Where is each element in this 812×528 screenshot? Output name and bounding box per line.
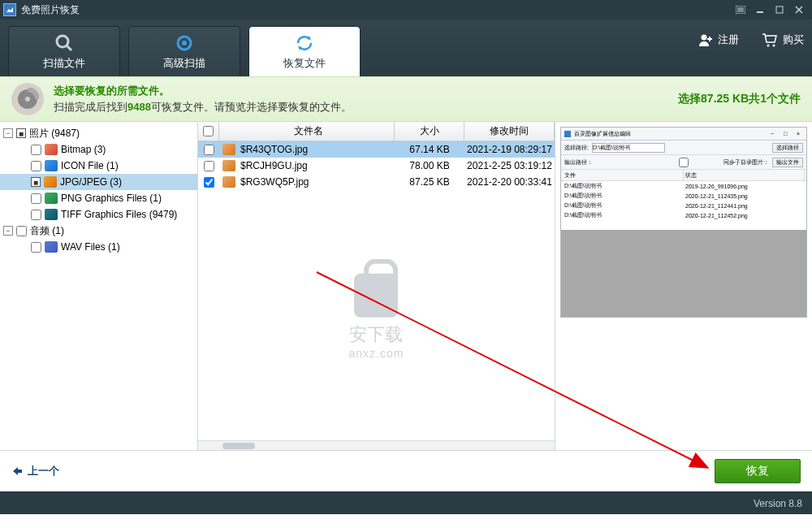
tab-advanced[interactable]: 高级扫描 — [128, 26, 240, 76]
preview-row[interactable]: D:\截图\说明书2019-12-26_991096.png — [561, 181, 806, 191]
preview-min-icon[interactable]: − — [767, 131, 777, 136]
file-date: 2021-2-19 08:29:17 — [464, 144, 555, 155]
svg-point-13 — [182, 41, 187, 45]
maximize-button[interactable] — [770, 2, 789, 17]
svg-point-16 — [702, 35, 707, 41]
tree-item-tif[interactable]: TIFF Graphics Files (9479) — [0, 206, 197, 223]
user-plus-icon — [698, 32, 713, 47]
file-size: 78.00 KB — [395, 160, 464, 171]
tree-node-photo[interactable]: − ■ 照片 (9487) — [0, 125, 197, 141]
preview-output-btn[interactable]: 输出文件 — [772, 158, 803, 167]
disk-icon — [11, 83, 44, 115]
preview-table-header: 文件 状态 — [561, 170, 806, 181]
checkbox[interactable] — [31, 193, 41, 204]
info-title: 选择要恢复的所需文件。 — [54, 84, 352, 98]
tree-item-bmp[interactable]: Bitmap (3) — [0, 141, 197, 158]
statusbar: Version 8.8 — [0, 491, 812, 514]
file-thumb-icon — [222, 144, 235, 155]
tab-label: 高级扫描 — [163, 56, 205, 71]
preview-close-icon[interactable]: × — [793, 131, 803, 136]
col-size[interactable]: 大小 — [395, 122, 464, 141]
checkbox[interactable] — [31, 210, 41, 220]
toolbar: 扫描文件 高级扫描 恢复文件 注册 购买 — [0, 19, 812, 76]
preview-app-icon — [564, 131, 571, 137]
preview-row[interactable]: D:\截图\说明书2020-12-21_112441.png — [561, 201, 806, 210]
file-row[interactable]: $RG3WQ5P.jpg87.25 KB2021-2-20 00:33:41 — [198, 174, 555, 190]
svg-point-22 — [25, 97, 30, 102]
check-all[interactable] — [203, 126, 214, 136]
main-content: − ■ 照片 (9487) Bitmap (3)ICON File (1)■JP… — [0, 122, 812, 451]
svg-point-19 — [767, 45, 770, 47]
checkbox[interactable] — [16, 226, 27, 236]
file-size: 87.25 KB — [395, 176, 464, 188]
svg-point-10 — [57, 36, 68, 47]
file-checkbox[interactable] — [204, 177, 214, 188]
selection-summary: 选择87.25 KB共1个文件 — [678, 92, 801, 106]
preview-table-body: D:\截图\说明书2019-12-26_991096.pngD:\截图\说明书2… — [561, 181, 806, 230]
magnifier-icon — [54, 33, 74, 53]
preview-panel: 百灵图像扩展信息编辑 − □ × 选择路径: 选择路径 输出路径： 同步子目录图… — [555, 122, 812, 450]
tab-recover[interactable]: 恢复文件 — [248, 26, 361, 76]
preview-toolbar-1: 选择路径: 选择路径 — [561, 141, 806, 155]
checkbox-mixed[interactable]: ■ — [16, 128, 26, 138]
svg-point-20 — [773, 45, 775, 47]
collapse-icon[interactable]: − — [3, 226, 13, 236]
back-button[interactable]: 上一个 — [11, 464, 59, 478]
checkbox[interactable] — [31, 242, 41, 253]
filetype-icon — [45, 160, 58, 171]
tree-item-png[interactable]: PNG Graphics Files (1) — [0, 190, 197, 206]
filetype-icon — [45, 241, 58, 253]
svg-marker-23 — [13, 467, 22, 475]
menu-icon[interactable] — [731, 2, 750, 17]
horizontal-scrollbar[interactable] — [198, 440, 555, 450]
file-date: 2021-2-20 00:33:41 — [464, 176, 555, 188]
filetype-icon — [44, 176, 57, 188]
preview-window: 百灵图像扩展信息编辑 − □ × 选择路径: 选择路径 输出路径： 同步子目录图… — [560, 127, 807, 318]
titlebar: 免费照片恢复 — [0, 0, 812, 19]
col-date[interactable]: 修改时间 — [464, 122, 555, 141]
preview-toolbar-2: 输出路径： 同步子目录图片： 输出文件 — [561, 155, 806, 170]
tab-label: 扫描文件 — [43, 56, 85, 71]
checkbox[interactable] — [31, 145, 41, 155]
file-name: $RCJH9GU.jpg — [240, 160, 308, 171]
preview-row[interactable]: D:\截图\说明书2020-12-21_112452.png — [561, 210, 806, 220]
recover-button[interactable]: 恢复 — [715, 459, 801, 483]
preview-max-icon[interactable]: □ — [780, 131, 790, 136]
file-name: $RG3WQ5P.jpg — [240, 176, 309, 188]
info-subtitle: 扫描完成后找到9488可恢复文件。请预览并选择要恢复的文件。 — [54, 100, 352, 115]
tree-node-audio[interactable]: − 音频 (1) — [0, 223, 197, 239]
arrow-left-icon — [11, 465, 23, 477]
col-name[interactable]: 文件名 — [219, 122, 395, 141]
collapse-icon[interactable]: − — [3, 128, 13, 138]
file-date: 2021-2-25 03:19:12 — [464, 160, 555, 171]
tree-item-wav[interactable]: WAV Files (1) — [0, 239, 197, 255]
buy-button[interactable]: 购买 — [762, 32, 804, 47]
tab-scan[interactable]: 扫描文件 — [8, 26, 120, 76]
file-thumb-icon — [222, 176, 235, 188]
minimize-button[interactable] — [750, 2, 770, 17]
file-name: $R43QTOG.jpg — [240, 144, 308, 155]
preview-titlebar: 百灵图像扩展信息编辑 − □ × — [561, 128, 806, 141]
gear-icon — [175, 33, 194, 53]
filetype-icon — [45, 193, 58, 204]
file-list-panel: 文件名 大小 修改时间 $R43QTOG.jpg67.14 KB2021-2-1… — [198, 122, 555, 450]
file-checkbox[interactable] — [204, 145, 214, 155]
preview-subdir-check[interactable] — [647, 158, 720, 167]
tree-item-ico[interactable]: ICON File (1) — [0, 158, 197, 174]
preview-path-input[interactable] — [592, 143, 665, 153]
checkbox[interactable] — [31, 161, 41, 171]
preview-row[interactable]: D:\截图\说明书2020-12-21_112435.png — [561, 191, 806, 201]
watermark: 安下载 anxz.com — [349, 274, 404, 360]
tree-item-jpg[interactable]: ■JPG/JPEG (3) — [0, 174, 197, 190]
close-button[interactable] — [789, 2, 809, 17]
register-button[interactable]: 注册 — [698, 32, 739, 47]
table-header: 文件名 大小 修改时间 — [198, 122, 555, 141]
checkbox-mixed[interactable]: ■ — [31, 177, 41, 187]
file-list: $R43QTOG.jpg67.14 KB2021-2-19 08:29:17$R… — [198, 141, 555, 440]
info-bar: 选择要恢复的所需文件。 扫描完成后找到9488可恢复文件。请预览并选择要恢复的文… — [0, 76, 812, 122]
version-label: Version 8.8 — [754, 498, 802, 509]
preview-choose-path[interactable]: 选择路径 — [772, 143, 803, 153]
file-row[interactable]: $R43QTOG.jpg67.14 KB2021-2-19 08:29:17 — [198, 141, 555, 158]
file-row[interactable]: $RCJH9GU.jpg78.00 KB2021-2-25 03:19:12 — [198, 158, 555, 174]
file-checkbox[interactable] — [204, 161, 214, 171]
